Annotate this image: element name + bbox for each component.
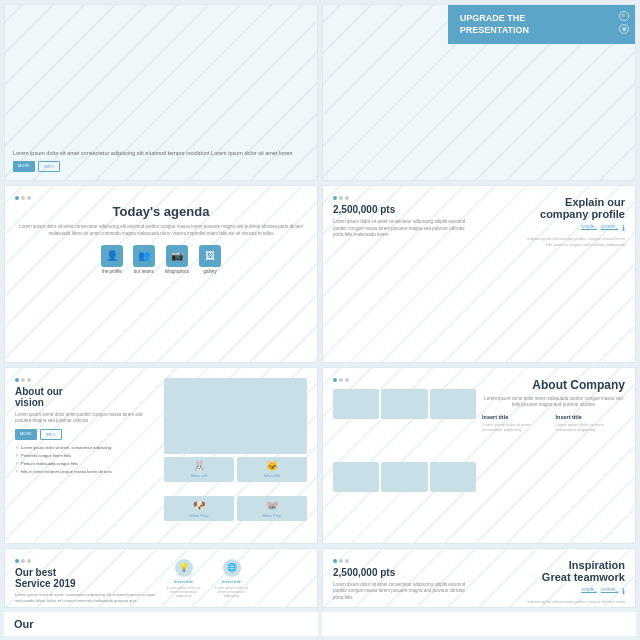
grid-img-1: [333, 389, 379, 419]
slide1-btn-info[interactable]: INFO: [38, 161, 60, 172]
infographics-icon: 📷: [166, 245, 188, 267]
stat2-desc: Lorem ipsum dolor sit amet consectetur a…: [556, 422, 626, 432]
check-3: ✓Pretium malesuada congue felis: [15, 460, 158, 466]
slide-about-company: About Company Lorem ipsum some dolor ame…: [322, 367, 636, 544]
profile-icon: 👤: [101, 245, 123, 267]
service-icons: 💡 Insert title Lorem ipsum dolor sit ame…: [164, 559, 308, 598]
inspiration-link1[interactable]: simple_: [581, 587, 597, 596]
stat1-desc: Lorem ipsum dolor sit amet consectetur a…: [482, 422, 552, 432]
inspiration-links: simple_ content_ ℹ: [482, 587, 625, 596]
profile-links: simple_ content_ ℹ: [482, 224, 625, 233]
slide6-indicator: [333, 378, 476, 382]
slide-partial-1: Our: [4, 612, 318, 636]
service-icon-1: 💡 Insert title Lorem ipsum dolor sit ame…: [164, 559, 204, 598]
info-icon: ℹ: [622, 224, 625, 233]
search-icon: 🔍: [619, 11, 629, 21]
slide3-indicator: [15, 196, 307, 200]
dot3: [345, 196, 349, 200]
service-btns: MORE INFO: [15, 607, 159, 608]
service-btn-info[interactable]: INFO: [40, 607, 62, 608]
animal4-label: felius Prop: [263, 513, 282, 518]
dot3: [27, 559, 31, 563]
slide-service: Our best Service 2019 Lorem ipsum dolor …: [4, 548, 318, 608]
service1-label: Insert title: [174, 579, 193, 584]
stat-2: Insert title Lorem ipsum dolor sit amet …: [556, 414, 626, 432]
inspiration-link2[interactable]: content_: [601, 587, 618, 596]
dot2: [21, 559, 25, 563]
teams-icon: 👥: [133, 245, 155, 267]
agenda-icons: 👤 the profile 👥 our teams 📷 infographics…: [15, 245, 307, 274]
vision-title: About our vision: [15, 386, 158, 408]
agenda-title: Today's agenda: [15, 204, 307, 219]
slide-1: Lorem ipsum dolor sit amet consectetur a…: [4, 4, 318, 181]
dot1: [15, 196, 19, 200]
profile-title: Explain our company profile: [482, 196, 625, 220]
grid-img-3: [430, 389, 476, 419]
slide-company-profile: 2,500,000 pts Lorem ipsum dolor sit amet…: [322, 185, 636, 362]
profile-link2[interactable]: content_: [601, 224, 618, 233]
service-right: 💡 Insert title Lorem ipsum dolor sit ame…: [164, 559, 308, 597]
gear-icon: ⚙: [619, 24, 629, 34]
service2-desc: Lorem ipsum dolor sit amet consectetur a…: [212, 586, 252, 598]
vision-btns: MORE INFO: [15, 429, 158, 440]
vision-btn-info[interactable]: INFO: [40, 429, 62, 440]
dot1: [333, 378, 337, 382]
bulb-icon: 💡: [175, 559, 193, 577]
info-icon-2: ℹ: [622, 587, 625, 596]
profile-label: the profile: [102, 269, 122, 274]
check-text-2: Proinfelis congue lorem felis: [21, 453, 71, 458]
slide-vision: About our vision Lorem ipsum some dolor …: [4, 367, 318, 544]
dot2: [339, 196, 343, 200]
service-btn-more[interactable]: MORE: [15, 607, 37, 608]
profile-right: Explain our company profile simple_ cont…: [482, 196, 625, 351]
mouse-icon: 🐭: [266, 500, 278, 511]
gallery-label: gallery: [203, 269, 216, 274]
agenda-icon-4: 🖼 gallery: [199, 245, 221, 274]
service-body: Lorem ipsum dolor sit amet, consectetur …: [15, 592, 159, 603]
animal-1: 🐰 felius soll: [164, 457, 234, 482]
dot3: [345, 559, 349, 563]
inspiration-right: Inspiration Great teamwork simple_ conte…: [482, 559, 625, 597]
vision-btn-more[interactable]: MORE: [15, 429, 37, 440]
check-icon-4: ✓: [15, 468, 19, 474]
grid-img-5: [381, 462, 427, 492]
vision-main-image: [164, 378, 307, 454]
infographics-label: infographics: [165, 269, 189, 274]
check-4: ✓felis et lorem sit amet congue massa lo…: [15, 468, 158, 474]
inspiration-number: 2,500,000 pts: [333, 567, 476, 578]
agenda-icon-2: 👥 our teams: [133, 245, 155, 274]
check-icon-3: ✓: [15, 460, 19, 466]
dot3: [345, 378, 349, 382]
vision-right: 🐰 felius soll 🐱 felius title 🐶 felius Pr…: [164, 378, 307, 533]
slide4-indicator: [333, 196, 476, 200]
inspiration-left: 2,500,000 pts Lorem ipsum dolor sit amet…: [333, 559, 476, 597]
profile-left: 2,500,000 pts Lorem ipsum dolor sit amet…: [333, 196, 476, 351]
teams-label: our teams: [134, 269, 154, 274]
about-body: Lorem ipsum some dolor amet malesuada pa…: [482, 396, 625, 409]
about-image-grid: [333, 389, 476, 533]
profile-link1[interactable]: simple_: [581, 224, 597, 233]
upgrade-banner: UPGRADE THE PRESENTATION 🔍 ⚙: [448, 5, 635, 44]
vision-left: About our vision Lorem ipsum some dolor …: [15, 378, 158, 533]
grid-img-2: [381, 389, 427, 419]
check-icon-2: ✓: [15, 452, 19, 458]
animal-3: 🐶 felius Prop: [164, 496, 234, 521]
check-text-1: Lorem ipsum dolor sit amet, consectetur …: [21, 445, 111, 450]
inspiration-small: adipiscing elit ullamcorper partitor con…: [482, 599, 625, 608]
dot1: [333, 559, 337, 563]
profile-small: adipiscing elit ullamcorper partitor con…: [482, 236, 625, 247]
vision-checklist: ✓Lorem ipsum dolor sit amet, consectetur…: [15, 444, 158, 474]
slide-2: UPGRADE THE PRESENTATION 🔍 ⚙: [322, 4, 636, 181]
dot2: [21, 196, 25, 200]
check-1: ✓Lorem ipsum dolor sit amet, consectetur…: [15, 444, 158, 450]
inspiration-body: Lorem ipsum dolor sit amet consectetur a…: [333, 582, 476, 601]
agenda-body: Lorem ipsum dolor sit amet consectetur a…: [15, 224, 307, 237]
check-text-4: felis et lorem sit amet congue massa lor…: [21, 469, 112, 474]
about-right: About Company Lorem ipsum some dolor ame…: [482, 378, 625, 533]
slide1-btn-more[interactable]: MORE: [13, 161, 35, 172]
about-stats: Insert title Lorem ipsum dolor sit amet …: [482, 414, 625, 432]
dot1: [15, 378, 19, 382]
about-left: [333, 378, 476, 533]
stat2-title: Insert title: [556, 414, 626, 420]
dot2: [339, 559, 343, 563]
